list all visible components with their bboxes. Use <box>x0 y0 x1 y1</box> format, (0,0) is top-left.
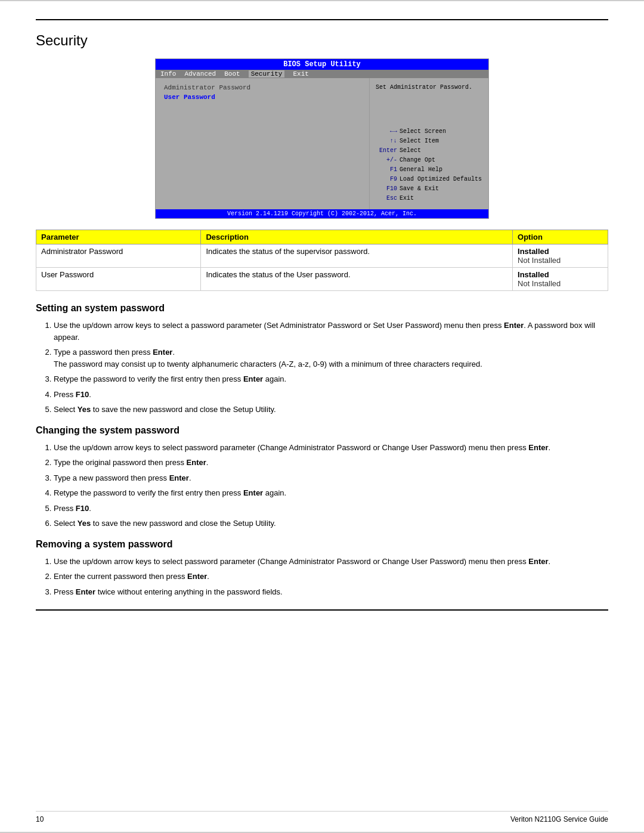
option-installed-admin: Installed <box>518 247 603 256</box>
list-item: Press F10. <box>54 389 608 401</box>
option-user-password: Installed Not Installed <box>513 268 608 291</box>
bios-body: Administrator Password User Password Set… <box>156 78 488 209</box>
menu-info: Info <box>160 70 176 78</box>
bold-yes-c: Yes <box>78 519 91 528</box>
key-arrows: ←→ <box>376 127 397 137</box>
bold-enter-r1: Enter <box>528 557 548 566</box>
bios-footer: Version 2.14.1219 Copyright (C) 2002-201… <box>156 209 488 218</box>
bold-enter-c3: Enter <box>169 473 189 482</box>
section-title-setting: Setting an system password <box>36 303 608 314</box>
bios-menu-bar: Info Advanced Boot Security Exit <box>156 70 488 78</box>
desc-admin-password: Indicates the status of the supervisor p… <box>201 244 513 268</box>
key-row-f10: F10 Save & Exit <box>376 184 482 194</box>
col-header-description: Description <box>201 230 513 244</box>
list-item: Press F10. <box>54 503 608 515</box>
changing-password-list: Use the up/down arrow keys to select pas… <box>54 442 608 529</box>
option-not-installed-user: Not Installed <box>518 279 603 288</box>
col-header-parameter: Parameter <box>36 230 201 244</box>
desc-user-password: Indicates the status of the User passwor… <box>201 268 513 291</box>
note-text: The password may consist up to twenty al… <box>54 358 608 370</box>
list-item: Retype the password to verify the first … <box>54 487 608 499</box>
page-footer: 10 Veriton N2110G Service Guide <box>36 811 608 823</box>
list-item: Retype the password to verify the first … <box>54 373 608 385</box>
bios-key-list: ←→ Select Screen ↑↓ Select Item Enter Se… <box>376 127 482 203</box>
key-general-help: General Help <box>400 165 442 175</box>
bold-enter-r3: Enter <box>76 587 95 596</box>
key-row-esc: Esc Exit <box>376 194 482 203</box>
bold-enter-2: Enter <box>153 348 172 357</box>
bold-enter-c4: Enter <box>243 488 263 497</box>
bold-f10-1: F10 <box>76 390 89 399</box>
list-item: Use the up/down arrow keys to select a p… <box>54 320 608 343</box>
col-header-option: Option <box>513 230 608 244</box>
table-row: Administrator Password Indicates the sta… <box>36 244 608 268</box>
key-exit: Exit <box>400 194 414 203</box>
setting-password-list: Use the up/down arrow keys to select a p… <box>54 320 608 416</box>
bios-item-user-password: User Password <box>164 94 361 101</box>
list-item: Type the original password then press En… <box>54 457 608 469</box>
list-item: Type a password then press Enter. The pa… <box>54 346 608 370</box>
removing-password-list: Use the up/down arrow keys to select pas… <box>54 556 608 598</box>
bios-screenshot: BIOS Setup Utility Info Advanced Boot Se… <box>155 58 489 219</box>
list-item: Select Yes to save the new password and … <box>54 404 608 416</box>
option-admin-password: Installed Not Installed <box>513 244 608 268</box>
params-table: Parameter Description Option Administrat… <box>36 230 608 291</box>
bold-f10-c: F10 <box>76 504 89 513</box>
bold-enter-3: Enter <box>243 374 263 383</box>
key-select: Select <box>400 146 421 156</box>
key-row-f1: F1 General Help <box>376 165 482 175</box>
list-item: Use the up/down arrow keys to select pas… <box>54 556 608 568</box>
list-item: Press Enter twice without entering anyth… <box>54 586 608 598</box>
key-f1: F1 <box>376 165 397 175</box>
key-f10: F10 <box>376 184 397 194</box>
key-row-enter: Enter Select <box>376 146 482 156</box>
bold-yes-1: Yes <box>78 405 91 414</box>
key-enter: Enter <box>376 146 397 156</box>
bios-right-panel: Set Administrator Password. ←→ Select Sc… <box>369 78 488 209</box>
section-title-removing: Removing a system password <box>36 539 608 550</box>
list-item: Select Yes to save the new password and … <box>54 518 608 529</box>
table-header-row: Parameter Description Option <box>36 230 608 244</box>
section-title-changing: Changing the system password <box>36 425 608 436</box>
footer-page-number: 10 <box>36 815 44 823</box>
menu-exit: Exit <box>293 70 308 78</box>
key-load-defaults: Load Optimized Defaults <box>400 175 482 184</box>
key-save-exit: Save & Exit <box>400 184 439 194</box>
option-not-installed-admin: Not Installed <box>518 256 603 265</box>
footer-guide-title: Veriton N2110G Service Guide <box>510 815 608 823</box>
bold-enter-c2: Enter <box>187 458 206 467</box>
page-container: Security BIOS Setup Utility Info Advance… <box>0 0 644 833</box>
key-plusminus: +/- <box>376 156 397 165</box>
list-item: Type a new password then press Enter. <box>54 472 608 484</box>
key-esc: Esc <box>376 194 397 203</box>
param-user-password: User Password <box>36 268 201 291</box>
menu-boot: Boot <box>224 70 240 78</box>
menu-advanced: Advanced <box>184 70 216 78</box>
bold-enter-r2: Enter <box>187 572 207 581</box>
bold-enter-1: Enter <box>504 321 524 330</box>
bios-right-description: Set Administrator Password. <box>376 84 482 91</box>
bios-left-panel: Administrator Password User Password <box>156 78 369 209</box>
option-installed-user: Installed <box>518 270 603 279</box>
menu-security: Security <box>249 70 285 78</box>
param-admin-password: Administrator Password <box>36 244 201 268</box>
key-select-item: Select Item <box>400 137 439 146</box>
top-border <box>36 19 608 20</box>
key-updown: ↑↓ <box>376 137 397 146</box>
key-row-select-screen: ←→ Select Screen <box>376 127 482 137</box>
list-item: Use the up/down arrow keys to select pas… <box>54 442 608 454</box>
key-row-f9: F9 Load Optimized Defaults <box>376 175 482 184</box>
bios-item-admin-password: Administrator Password <box>164 84 361 91</box>
page-title: Security <box>36 32 608 49</box>
bottom-border <box>36 609 608 611</box>
bios-title-bar: BIOS Setup Utility <box>156 59 488 70</box>
key-change-opt: Change Opt <box>400 156 435 165</box>
key-row-plusminus: +/- Change Opt <box>376 156 482 165</box>
key-f9: F9 <box>376 175 397 184</box>
table-row: User Password Indicates the status of th… <box>36 268 608 291</box>
list-item: Enter the current password then press En… <box>54 571 608 583</box>
bold-enter-c1: Enter <box>528 443 548 452</box>
key-row-select-item: ↑↓ Select Item <box>376 137 482 146</box>
key-select-screen: Select Screen <box>400 127 446 137</box>
